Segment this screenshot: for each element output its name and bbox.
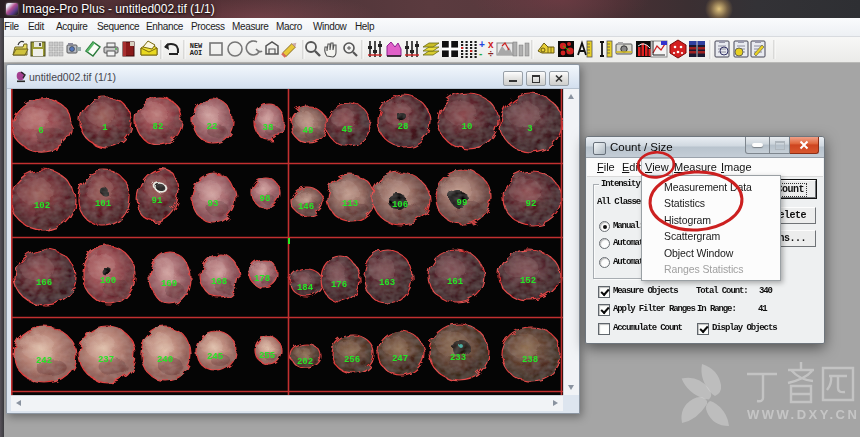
svg-text:28: 28 xyxy=(398,122,409,132)
svg-text:99: 99 xyxy=(457,198,468,208)
svg-text:176: 176 xyxy=(331,280,347,290)
svg-text:202: 202 xyxy=(297,357,313,367)
svg-text:82: 82 xyxy=(153,122,164,132)
svg-text:161: 161 xyxy=(447,277,464,287)
svg-text:166: 166 xyxy=(36,278,52,288)
svg-text:233: 233 xyxy=(450,353,466,363)
svg-text:245: 245 xyxy=(207,352,223,362)
svg-text:163: 163 xyxy=(379,278,395,288)
svg-text:255: 255 xyxy=(259,351,275,361)
svg-text:98: 98 xyxy=(260,194,271,204)
svg-text:152: 152 xyxy=(520,276,536,286)
svg-text:160: 160 xyxy=(100,276,116,286)
svg-text:-: - xyxy=(479,48,482,59)
svg-text:38: 38 xyxy=(263,123,274,133)
svg-text:49: 49 xyxy=(303,126,314,136)
svg-text:242: 242 xyxy=(36,356,52,366)
svg-text:92: 92 xyxy=(526,199,537,209)
svg-text:237: 237 xyxy=(98,355,114,365)
svg-text:45: 45 xyxy=(342,125,353,135)
svg-text:168: 168 xyxy=(211,277,227,287)
svg-text:247: 247 xyxy=(392,354,408,364)
svg-text:256: 256 xyxy=(344,355,360,365)
svg-text:93: 93 xyxy=(208,199,219,209)
svg-text:91: 91 xyxy=(152,196,163,206)
svg-text:10: 10 xyxy=(462,122,473,132)
svg-text:22: 22 xyxy=(207,122,218,132)
svg-text:AOI: AOI xyxy=(190,49,203,57)
svg-text:240: 240 xyxy=(157,355,173,365)
svg-text:113: 113 xyxy=(342,199,358,209)
svg-text:101: 101 xyxy=(95,199,112,209)
svg-text:÷: ÷ xyxy=(488,48,494,59)
svg-text:146: 146 xyxy=(298,202,314,212)
svg-text:106: 106 xyxy=(392,200,408,210)
svg-text:238: 238 xyxy=(522,355,538,365)
svg-text:1: 1 xyxy=(102,123,108,133)
svg-text:WWW.DXY.CN: WWW.DXY.CN xyxy=(747,407,859,422)
svg-text:178: 178 xyxy=(254,274,270,284)
svg-text:169: 169 xyxy=(161,279,177,289)
svg-text:6: 6 xyxy=(38,126,43,136)
svg-text:184: 184 xyxy=(297,283,314,293)
svg-text:102: 102 xyxy=(34,201,50,211)
svg-text:3: 3 xyxy=(527,124,532,134)
